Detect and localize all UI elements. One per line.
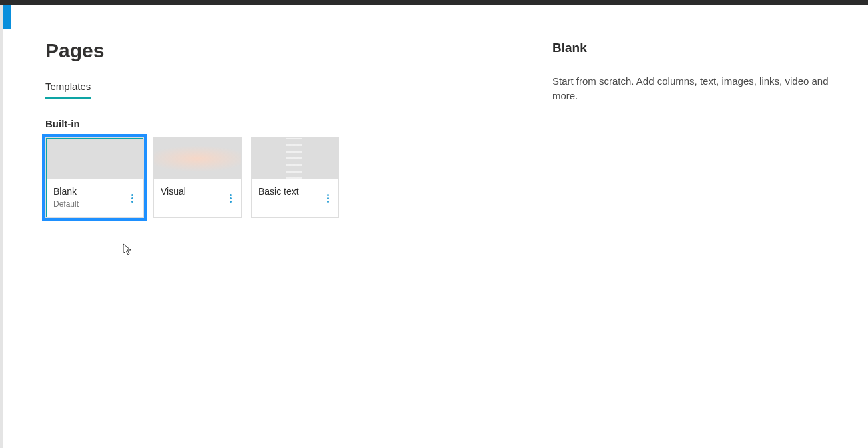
more-options-icon[interactable]	[125, 189, 139, 207]
main-column: Pages Templates Built-in Blank Default	[45, 21, 552, 218]
template-card-body: Blank Default	[46, 179, 143, 217]
template-thumbnail	[154, 138, 241, 179]
left-rail	[0, 5, 3, 448]
tabs: Templates	[45, 75, 552, 99]
template-card-body: Basic text	[252, 179, 338, 205]
page-title: Pages	[45, 39, 552, 62]
details-title: Blank	[552, 41, 853, 55]
cursor-icon	[123, 243, 132, 255]
more-options-icon[interactable]	[321, 189, 334, 207]
details-description: Start from scratch. Add columns, text, i…	[552, 74, 853, 103]
details-panel: Blank Start from scratch. Add columns, t…	[552, 21, 853, 103]
template-card-body: Visual	[154, 179, 241, 205]
template-card-blank[interactable]: Blank Default	[45, 137, 144, 218]
template-title: Blank	[53, 186, 136, 197]
more-options-icon[interactable]	[224, 189, 237, 207]
section-label-builtin: Built-in	[45, 118, 552, 129]
content: Pages Templates Built-in Blank Default	[11, 5, 868, 218]
page-body: Pages Templates Built-in Blank Default	[11, 5, 868, 448]
template-subtitle: Default	[53, 199, 136, 209]
template-card-visual[interactable]: Visual	[153, 137, 242, 218]
template-thumbnail	[252, 138, 338, 179]
template-cards: Blank Default Visual	[45, 137, 552, 218]
tab-templates[interactable]: Templates	[45, 75, 91, 99]
window-topbar	[0, 0, 868, 5]
template-card-basic-text[interactable]: Basic text	[251, 137, 339, 218]
template-thumbnail	[46, 138, 143, 179]
